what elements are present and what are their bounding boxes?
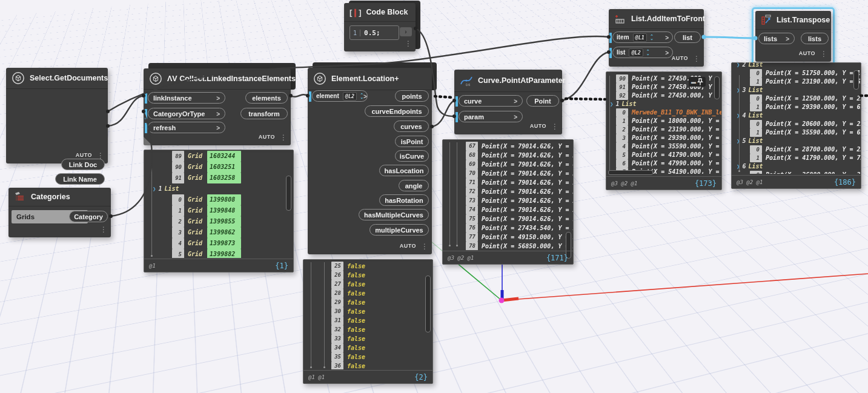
output-port-angle[interactable]: angle [399,180,429,191]
list-item-row: 0Point(X = 36800.000, Y = 2215 [750,171,861,174]
node-code-block[interactable]: [❙] Code Block 1 0.5; › [344,3,416,51]
output-port-haslocation[interactable]: hasLocation [379,165,429,176]
node-menu-icon[interactable] [97,150,104,160]
node-curve-pointatparameter[interactable]: 0.6 Curve.PointAtParameter curve param P… [454,70,562,134]
item-type-label: Grid [188,238,202,249]
node-menu-icon[interactable] [405,38,412,48]
item-type-label: Grid [188,194,202,205]
node-list-additemtofront[interactable]: List.AddItemToFront item @L1 list @L2 li… [609,9,704,67]
output-port-curves[interactable]: curves [394,121,429,132]
list-level-chip[interactable]: @L1 [633,33,647,42]
list-item-row: 29false [331,298,432,307]
item-value: Point(X = 79014.626, Y = 563 [482,151,573,160]
node-menu-icon[interactable] [280,131,287,142]
node-select-getdocuments[interactable]: Select.GetDocuments Link Doc Link Name L… [6,68,108,163]
output-port-curveendpoints[interactable]: curveEndpoints [365,105,429,117]
default-value-marker [145,93,147,104]
node-title: Categories [31,193,70,201]
node-title: List.AddItemToFront [631,15,705,23]
item-value: Point(X = 36800.000, Y = 2215 [766,171,861,174]
collapse-button[interactable]: ▬ [691,79,696,85]
node-menu-icon[interactable] [100,223,107,234]
item-value: 1603244 [207,151,241,162]
input-port-list[interactable]: list @L2 [612,47,673,58]
output-port-elements[interactable]: elements [245,92,288,104]
output-port-iscurve[interactable]: isCurve [395,150,429,162]
pin-icon[interactable] [697,78,703,85]
list-item-row: 91Grid1603258 [172,173,293,183]
node-menu-icon[interactable] [693,53,700,64]
level-spinner[interactable] [650,35,654,40]
node-element-location[interactable]: Element.Location+ element @L2 points cur… [308,68,432,254]
input-port-lists[interactable]: lists [758,33,795,44]
input-port-curve[interactable]: curve [459,95,523,107]
item-value: false [347,343,365,352]
output-port-list[interactable]: list [674,31,701,43]
scrollbar-thumb-horizontal[interactable] [608,170,653,175]
output-port-lists[interactable]: lists [801,33,829,44]
node-collect-linkedinstanceelements[interactable]: ΛV Collect.LinkedInstanceElements linkIn… [144,68,291,145]
output-port-transform[interactable]: transform [240,108,288,119]
input-port-param[interactable]: param [459,111,523,122]
item-index: 31 [331,316,343,325]
item-value: false [347,325,365,334]
node-menu-icon[interactable] [421,240,428,251]
output-port-hasmultiplecurves[interactable]: hasMultipleCurves [359,209,429,220]
item-value: false [347,289,365,298]
expander-chevron-icon[interactable] [153,183,156,194]
node-list-transpose[interactable]: List.Transpose lists lists AUTO [755,11,831,62]
item-value: Point(X = 41790.000, Y = 7328 [766,154,861,162]
item-index: 69 [466,160,478,169]
input-port-categoryortype[interactable]: CategoryOrType [148,108,225,119]
item-value: Point(X = 27450.000, Y = 310 [632,91,721,100]
node-title: Curve.PointAtParameter [478,76,566,85]
list-level-chip[interactable]: @L2 [343,92,357,101]
output-port-hasrotation[interactable]: hasRotation [379,194,429,206]
item-index: 0 [172,194,184,205]
item-value: Point(X = 56850.000, Y = 147 [482,242,573,250]
item-value: Point(X = 28700.000, Y = 2215 [766,145,861,154]
tree-guide [457,142,457,245]
list-level-chip[interactable]: @L2 [629,48,643,57]
list-item-row: 1Point(X = 23190.000, Y = 6171 [750,78,861,86]
expander-chevron-icon[interactable] [737,61,740,69]
scrollbar-thumb[interactable] [714,76,720,99]
item-value: Point(X = 29390.000, Y = 6171 [766,103,861,111]
list-count: {173} [695,179,717,188]
item-value: 1603251 [207,162,241,173]
node-categories[interactable]: Categories Grids Category [8,188,111,237]
item-type-label: Grid [188,227,202,238]
list-item-row: 33false [331,334,432,343]
input-port-linkinstance[interactable]: linkInstance [148,92,225,104]
item-value: 1399855 [207,216,241,227]
expander-chevron-icon[interactable] [610,100,613,108]
item-index: 1 [750,78,762,86]
output-port-points[interactable]: points [395,90,429,102]
list-count: {186} [834,178,856,187]
dynamo-canvas[interactable]: 89Grid160324490Grid160325191Grid16032581… [0,0,868,393]
output-port-point[interactable]: Point [526,95,559,107]
node-menu-icon[interactable] [551,121,558,131]
input-port-element[interactable]: element @L2 [312,90,368,102]
tree-guide [449,142,450,245]
output-port-category[interactable]: Category [69,211,108,222]
level-spinner[interactable] [646,50,650,55]
item-type-label: Grid [188,162,202,173]
port-arrow-icon [514,97,517,105]
scrollbar-thumb[interactable] [425,276,431,332]
output-port-multiplecurves[interactable]: multipleCurves [369,224,429,236]
output-port-ispoint[interactable]: isPoint [395,136,429,147]
scrollbar-thumb[interactable] [286,176,291,211]
item-index: 76 [466,223,478,233]
item-index: 32 [331,325,343,334]
scrollbar-thumb[interactable] [853,70,859,90]
output-port-codeblock[interactable]: › [400,27,412,36]
output-port-link-name[interactable]: Link Name [55,173,105,185]
item-type-label: Grid [188,205,202,216]
input-port-item[interactable]: item @L1 [612,31,673,43]
code-editor[interactable]: 1 0.5; [350,25,399,40]
input-port-refresh[interactable]: refresh [148,122,225,133]
port-arrow-icon [363,93,367,100]
node-menu-icon[interactable] [820,48,827,59]
wire-hidden-dotted[interactable] [566,99,605,99]
